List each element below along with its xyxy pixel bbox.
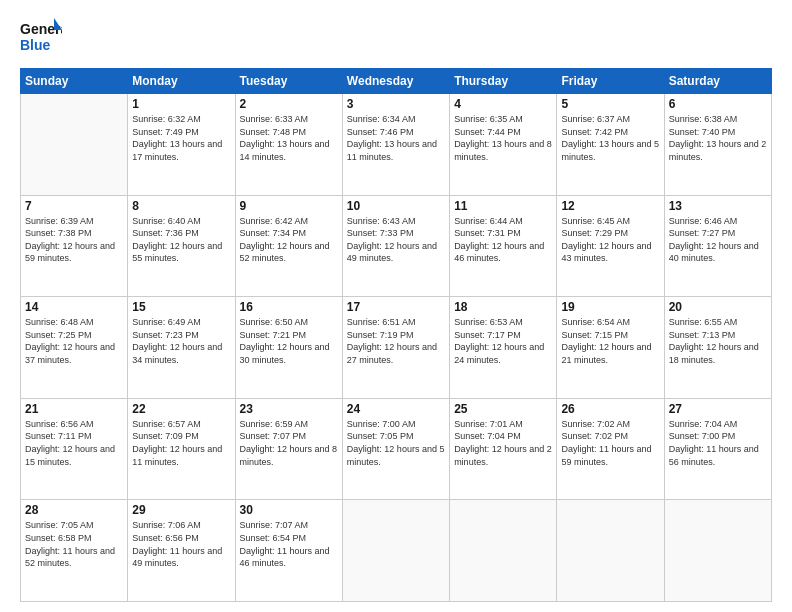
day-info: Sunrise: 7:02 AMSunset: 7:02 PMDaylight:…	[561, 418, 659, 468]
day-number: 15	[132, 300, 230, 314]
day-number: 24	[347, 402, 445, 416]
day-number: 23	[240, 402, 338, 416]
day-info: Sunrise: 6:54 AMSunset: 7:15 PMDaylight:…	[561, 316, 659, 366]
day-info: Sunrise: 7:00 AMSunset: 7:05 PMDaylight:…	[347, 418, 445, 468]
day-info: Sunrise: 6:53 AMSunset: 7:17 PMDaylight:…	[454, 316, 552, 366]
day-number: 4	[454, 97, 552, 111]
calendar-cell	[664, 500, 771, 602]
day-info: Sunrise: 7:06 AMSunset: 6:56 PMDaylight:…	[132, 519, 230, 569]
day-info: Sunrise: 6:43 AMSunset: 7:33 PMDaylight:…	[347, 215, 445, 265]
day-number: 11	[454, 199, 552, 213]
day-number: 17	[347, 300, 445, 314]
calendar-cell: 7Sunrise: 6:39 AMSunset: 7:38 PMDaylight…	[21, 195, 128, 297]
day-number: 6	[669, 97, 767, 111]
day-info: Sunrise: 6:38 AMSunset: 7:40 PMDaylight:…	[669, 113, 767, 163]
calendar-cell: 5Sunrise: 6:37 AMSunset: 7:42 PMDaylight…	[557, 94, 664, 196]
calendar-week-row: 14Sunrise: 6:48 AMSunset: 7:25 PMDayligh…	[21, 297, 772, 399]
calendar-cell: 18Sunrise: 6:53 AMSunset: 7:17 PMDayligh…	[450, 297, 557, 399]
day-info: Sunrise: 6:40 AMSunset: 7:36 PMDaylight:…	[132, 215, 230, 265]
day-number: 10	[347, 199, 445, 213]
calendar-cell: 16Sunrise: 6:50 AMSunset: 7:21 PMDayligh…	[235, 297, 342, 399]
day-header-tuesday: Tuesday	[235, 69, 342, 94]
day-info: Sunrise: 6:55 AMSunset: 7:13 PMDaylight:…	[669, 316, 767, 366]
calendar-cell: 23Sunrise: 6:59 AMSunset: 7:07 PMDayligh…	[235, 398, 342, 500]
calendar-cell: 10Sunrise: 6:43 AMSunset: 7:33 PMDayligh…	[342, 195, 449, 297]
calendar-cell	[450, 500, 557, 602]
calendar-cell: 24Sunrise: 7:00 AMSunset: 7:05 PMDayligh…	[342, 398, 449, 500]
day-number: 1	[132, 97, 230, 111]
page: General Blue SundayMondayTuesdayWednesda…	[0, 0, 792, 612]
day-number: 25	[454, 402, 552, 416]
day-number: 7	[25, 199, 123, 213]
day-info: Sunrise: 6:45 AMSunset: 7:29 PMDaylight:…	[561, 215, 659, 265]
calendar-cell	[557, 500, 664, 602]
calendar-cell: 28Sunrise: 7:05 AMSunset: 6:58 PMDayligh…	[21, 500, 128, 602]
calendar-cell: 27Sunrise: 7:04 AMSunset: 7:00 PMDayligh…	[664, 398, 771, 500]
day-number: 9	[240, 199, 338, 213]
day-number: 12	[561, 199, 659, 213]
day-number: 16	[240, 300, 338, 314]
day-number: 19	[561, 300, 659, 314]
day-info: Sunrise: 6:33 AMSunset: 7:48 PMDaylight:…	[240, 113, 338, 163]
day-info: Sunrise: 6:59 AMSunset: 7:07 PMDaylight:…	[240, 418, 338, 468]
day-info: Sunrise: 7:05 AMSunset: 6:58 PMDaylight:…	[25, 519, 123, 569]
day-info: Sunrise: 6:39 AMSunset: 7:38 PMDaylight:…	[25, 215, 123, 265]
day-number: 2	[240, 97, 338, 111]
day-header-saturday: Saturday	[664, 69, 771, 94]
day-info: Sunrise: 6:57 AMSunset: 7:09 PMDaylight:…	[132, 418, 230, 468]
calendar-cell: 19Sunrise: 6:54 AMSunset: 7:15 PMDayligh…	[557, 297, 664, 399]
calendar-cell: 12Sunrise: 6:45 AMSunset: 7:29 PMDayligh…	[557, 195, 664, 297]
day-info: Sunrise: 6:50 AMSunset: 7:21 PMDaylight:…	[240, 316, 338, 366]
calendar-cell: 6Sunrise: 6:38 AMSunset: 7:40 PMDaylight…	[664, 94, 771, 196]
header: General Blue	[20, 16, 772, 58]
day-info: Sunrise: 7:01 AMSunset: 7:04 PMDaylight:…	[454, 418, 552, 468]
day-number: 27	[669, 402, 767, 416]
calendar-cell: 21Sunrise: 6:56 AMSunset: 7:11 PMDayligh…	[21, 398, 128, 500]
day-number: 22	[132, 402, 230, 416]
day-header-sunday: Sunday	[21, 69, 128, 94]
calendar-cell: 20Sunrise: 6:55 AMSunset: 7:13 PMDayligh…	[664, 297, 771, 399]
calendar-week-row: 1Sunrise: 6:32 AMSunset: 7:49 PMDaylight…	[21, 94, 772, 196]
calendar-cell: 25Sunrise: 7:01 AMSunset: 7:04 PMDayligh…	[450, 398, 557, 500]
calendar-cell: 1Sunrise: 6:32 AMSunset: 7:49 PMDaylight…	[128, 94, 235, 196]
calendar-header-row: SundayMondayTuesdayWednesdayThursdayFrid…	[21, 69, 772, 94]
day-info: Sunrise: 7:07 AMSunset: 6:54 PMDaylight:…	[240, 519, 338, 569]
calendar-cell: 9Sunrise: 6:42 AMSunset: 7:34 PMDaylight…	[235, 195, 342, 297]
calendar-cell: 26Sunrise: 7:02 AMSunset: 7:02 PMDayligh…	[557, 398, 664, 500]
day-info: Sunrise: 6:48 AMSunset: 7:25 PMDaylight:…	[25, 316, 123, 366]
calendar-cell: 29Sunrise: 7:06 AMSunset: 6:56 PMDayligh…	[128, 500, 235, 602]
day-info: Sunrise: 6:32 AMSunset: 7:49 PMDaylight:…	[132, 113, 230, 163]
calendar-cell: 15Sunrise: 6:49 AMSunset: 7:23 PMDayligh…	[128, 297, 235, 399]
calendar-week-row: 7Sunrise: 6:39 AMSunset: 7:38 PMDaylight…	[21, 195, 772, 297]
day-number: 14	[25, 300, 123, 314]
day-info: Sunrise: 6:42 AMSunset: 7:34 PMDaylight:…	[240, 215, 338, 265]
day-header-monday: Monday	[128, 69, 235, 94]
day-number: 18	[454, 300, 552, 314]
calendar-week-row: 21Sunrise: 6:56 AMSunset: 7:11 PMDayligh…	[21, 398, 772, 500]
day-info: Sunrise: 6:34 AMSunset: 7:46 PMDaylight:…	[347, 113, 445, 163]
day-info: Sunrise: 6:49 AMSunset: 7:23 PMDaylight:…	[132, 316, 230, 366]
calendar-cell	[342, 500, 449, 602]
calendar-cell: 11Sunrise: 6:44 AMSunset: 7:31 PMDayligh…	[450, 195, 557, 297]
calendar-table: SundayMondayTuesdayWednesdayThursdayFrid…	[20, 68, 772, 602]
calendar-cell: 4Sunrise: 6:35 AMSunset: 7:44 PMDaylight…	[450, 94, 557, 196]
day-number: 13	[669, 199, 767, 213]
day-number: 3	[347, 97, 445, 111]
day-number: 20	[669, 300, 767, 314]
day-info: Sunrise: 6:46 AMSunset: 7:27 PMDaylight:…	[669, 215, 767, 265]
calendar-cell: 8Sunrise: 6:40 AMSunset: 7:36 PMDaylight…	[128, 195, 235, 297]
day-header-thursday: Thursday	[450, 69, 557, 94]
day-info: Sunrise: 6:35 AMSunset: 7:44 PMDaylight:…	[454, 113, 552, 163]
svg-text:Blue: Blue	[20, 37, 51, 53]
day-number: 21	[25, 402, 123, 416]
calendar-cell: 14Sunrise: 6:48 AMSunset: 7:25 PMDayligh…	[21, 297, 128, 399]
calendar-week-row: 28Sunrise: 7:05 AMSunset: 6:58 PMDayligh…	[21, 500, 772, 602]
day-number: 29	[132, 503, 230, 517]
day-number: 8	[132, 199, 230, 213]
day-header-wednesday: Wednesday	[342, 69, 449, 94]
logo-svg: General Blue	[20, 16, 62, 58]
day-number: 30	[240, 503, 338, 517]
calendar-cell: 22Sunrise: 6:57 AMSunset: 7:09 PMDayligh…	[128, 398, 235, 500]
calendar-cell: 2Sunrise: 6:33 AMSunset: 7:48 PMDaylight…	[235, 94, 342, 196]
day-number: 5	[561, 97, 659, 111]
